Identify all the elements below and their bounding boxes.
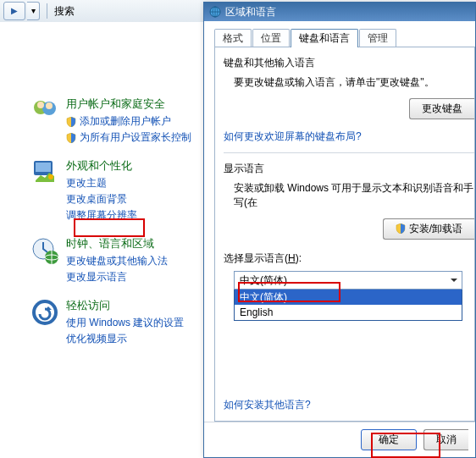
arrow-right-icon: ▶ (11, 7, 18, 15)
tab-formats[interactable]: 格式 (214, 29, 252, 47)
search-label: 搜索 (54, 4, 75, 19)
display-language-note: 安装或卸载 Windows 可用于显示文本和识别语音和手写(在 (234, 181, 474, 210)
control-panel-left: 用户帐户和家庭安全 添加或删除用户帐户 为所有用户设置家长控制 外观和个性化 更… (0, 22, 203, 458)
group-display-language-label: 显示语言 (224, 162, 474, 176)
toolbar-separator (47, 3, 47, 19)
globe-icon (209, 6, 221, 18)
forward-button[interactable]: ▶ (3, 2, 25, 20)
tab-keyboards-languages[interactable]: 键盘和语言 (291, 29, 358, 47)
link-label: 更改桌面背景 (66, 192, 127, 207)
link-label: 更改键盘或其他输入法 (66, 254, 168, 268)
keyboard-note: 要更改键盘或输入语言，请单击"更改键盘"。 (234, 75, 474, 90)
link-label: 使用 Windows 建议的设置 (66, 316, 184, 330)
category-user-accounts: 用户帐户和家庭安全 添加或删除用户帐户 为所有用户设置家长控制 (0, 91, 203, 153)
link-add-remove-user[interactable]: 添加或删除用户帐户 (66, 114, 196, 129)
button-label: 安装/卸载语 (409, 223, 462, 235)
link-welcome-screen-layout[interactable]: 如何更改欢迎屏幕的键盘布局? (224, 130, 362, 142)
link-install-other-languages[interactable]: 如何安装其他语言? (224, 398, 311, 412)
change-keyboards-button[interactable]: 更改键盘 (409, 98, 474, 119)
link-optimize-video[interactable]: 优化视频显示 (66, 332, 196, 346)
clock-language-icon (30, 236, 59, 265)
link-change-theme[interactable]: 更改主题 (66, 176, 196, 190)
appearance-icon (30, 158, 59, 187)
category-title[interactable]: 轻松访问 (66, 298, 196, 313)
link-label: 优化视频显示 (66, 332, 127, 346)
link-change-background[interactable]: 更改桌面背景 (66, 192, 196, 207)
link-label: 更改主题 (66, 176, 107, 190)
shield-icon (66, 133, 76, 143)
tab-location[interactable]: 位置 (252, 29, 290, 47)
annotation-highlight-ok-button (371, 433, 440, 458)
forward-menu-button[interactable]: ▾ (27, 2, 40, 20)
category-title[interactable]: 时钟、语言和区域 (66, 236, 196, 251)
shield-icon (396, 223, 406, 234)
category-ease-of-access: 轻松访问 使用 Windows 建议的设置 优化视频显示 (0, 293, 203, 355)
svg-point-3 (46, 102, 53, 109)
dialog-titlebar[interactable]: 区域和语言 (204, 3, 475, 21)
group-keyboard-label: 键盘和其他输入语言 (224, 56, 474, 70)
link-suggested-settings[interactable]: 使用 Windows 建议的设置 (66, 316, 196, 330)
install-uninstall-languages-button[interactable]: 安装/卸载语 (383, 218, 474, 240)
shield-icon (66, 117, 76, 127)
annotation-highlight-change-display-language (74, 218, 145, 237)
ease-of-access-icon (30, 298, 59, 327)
dropdown-item-en[interactable]: English (235, 305, 462, 320)
chevron-down-icon: ▾ (31, 7, 36, 15)
region-language-dialog: 区域和语言 格式 位置 键盘和语言 管理 键盘和其他输入语言 要更改键盘或输入语… (203, 2, 476, 458)
link-label: 为所有用户设置家长控制 (80, 130, 191, 145)
choose-display-language-label: 选择显示语言(H): (224, 251, 474, 266)
tab-administrative[interactable]: 管理 (359, 29, 396, 47)
svg-point-2 (37, 102, 44, 108)
user-accounts-icon (30, 97, 59, 125)
link-label: 添加或删除用户帐户 (80, 114, 171, 129)
category-clock-language: 时钟、语言和区域 更改键盘或其他输入法 更改显示语言 (0, 231, 203, 293)
tab-page-keyboards-languages: 键盘和其他输入语言 要更改键盘或输入语言，请单击"更改键盘"。 更改键盘 如何更… (214, 47, 475, 422)
link-parental-controls[interactable]: 为所有用户设置家长控制 (66, 130, 196, 145)
category-title[interactable]: 用户帐户和家庭安全 (66, 97, 196, 112)
separator (224, 152, 474, 153)
svg-rect-5 (36, 163, 51, 172)
annotation-highlight-english-option (238, 282, 340, 302)
svg-point-6 (48, 174, 53, 179)
link-change-display-language[interactable]: 更改显示语言 (66, 270, 196, 284)
dialog-title: 区域和语言 (225, 5, 276, 19)
link-change-keyboard[interactable]: 更改键盘或其他输入法 (66, 254, 196, 268)
category-title[interactable]: 外观和个性化 (66, 158, 196, 174)
link-label: 更改显示语言 (66, 270, 127, 284)
dialog-tabs: 格式 位置 键盘和语言 管理 (214, 28, 475, 47)
